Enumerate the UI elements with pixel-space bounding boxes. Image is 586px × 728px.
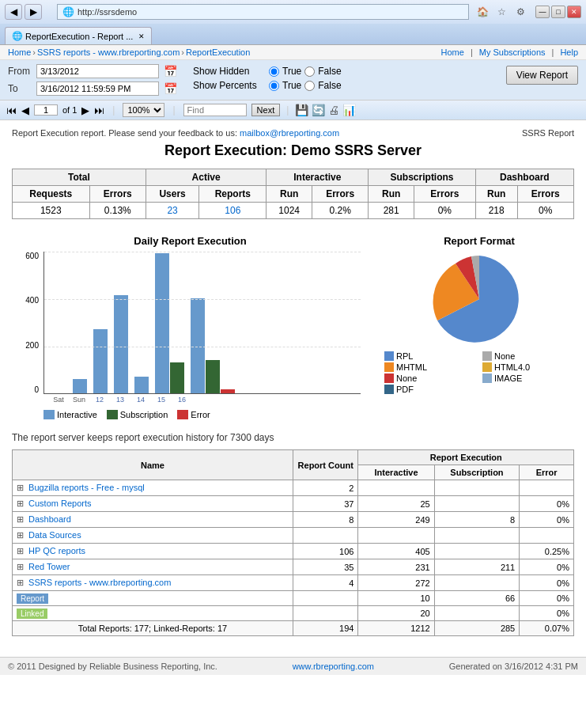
from-row: From 📅 [8, 64, 177, 78]
bar-15-interactive [155, 253, 169, 393]
breadcrumb-home[interactable]: Home [8, 47, 31, 57]
view-report-button[interactable]: View Report [506, 66, 578, 85]
page-of-text: of 1 [62, 105, 77, 115]
row-interactive: 405 [358, 544, 434, 559]
nav-last-icon[interactable]: ⏭ [94, 104, 104, 116]
detail-table-row: ⊞ Red Tower 352312110% [13, 559, 574, 575]
row-subscription [434, 480, 520, 496]
separator-1: › [32, 47, 36, 57]
home-icon[interactable]: 🏠 [474, 3, 491, 21]
nav-help[interactable]: Help [560, 47, 578, 57]
show-hidden-false[interactable] [304, 66, 315, 77]
breadcrumb: Home › SSRS reports - www.rbreporting.co… [0, 45, 586, 60]
report-content: Report Execution report. Please send you… [0, 120, 586, 657]
row-name: ⊞ Red Tower [13, 559, 293, 575]
row-count: 8 [293, 512, 358, 528]
forward-button[interactable]: ▶ [25, 4, 42, 20]
bar-legend: Interactive Subscription Error [43, 410, 369, 419]
row-name: ⊞ Dashboard [13, 512, 293, 528]
row-count: 106 [293, 544, 358, 559]
row-error [520, 480, 574, 496]
total-count: 194 [293, 621, 358, 636]
minimize-button[interactable]: — [535, 6, 550, 18]
false-label-2: False [318, 80, 341, 91]
footer-website[interactable]: www.rbreporting.com [293, 662, 374, 671]
users-link[interactable]: 23 [167, 205, 177, 216]
tab-1[interactable]: 🌐 ReportExecution - Report ... ✕ [5, 27, 152, 44]
refresh-icon[interactable]: 🔄 [312, 104, 325, 116]
row-count [293, 528, 358, 544]
nav-subscriptions[interactable]: My Subscriptions [479, 47, 546, 57]
y-200: 200 [13, 341, 39, 350]
page-number-input[interactable] [34, 104, 58, 116]
report-title: Report Execution: Demo SSRS Server [12, 142, 574, 159]
x-14: 14 [134, 396, 148, 404]
feedback-email[interactable]: mailbox@rbreporting.com [240, 128, 339, 138]
tab-close-icon[interactable]: ✕ [138, 32, 145, 40]
detail-table-row: ⊞ Data Sources [13, 528, 574, 544]
detail-table-row: ⊞ SSRS reports - www.rbreporting.com 427… [13, 575, 574, 591]
breadcrumb-ssrs[interactable]: SSRS reports - www.rbreporting.com [37, 47, 180, 57]
y-400: 400 [13, 296, 39, 305]
to-calendar-icon[interactable]: 📅 [164, 82, 177, 95]
nav-next-icon[interactable]: ▶ [81, 104, 89, 116]
pie-chart-title: Report Format [384, 235, 574, 247]
find-next-button[interactable]: Next [251, 104, 281, 116]
address-bar[interactable]: http://ssrsdemo [78, 7, 137, 17]
breadcrumb-execution[interactable]: ReportExecution [186, 47, 250, 57]
x-12: 12 [93, 396, 107, 404]
row-name: Report [13, 591, 293, 606]
layout-icon[interactable]: 📊 [342, 104, 356, 116]
requests-value: 1523 [13, 203, 90, 219]
settings-icon[interactable]: ⚙ [512, 3, 529, 21]
x-13: 13 [113, 396, 127, 404]
history-text: The report server keeps report execution… [12, 432, 574, 443]
row-name-link[interactable]: Red Tower [28, 562, 70, 571]
row-name-link[interactable]: HP QC reports [28, 546, 85, 555]
row-name-link[interactable]: Bugzilla reports - Free - mysql [28, 483, 145, 492]
star-icon[interactable]: ☆ [493, 3, 510, 21]
show-percents-true[interactable] [269, 81, 279, 91]
tab-label: ReportExecution - Report ... [25, 32, 133, 41]
errors-subheader: Errors [89, 186, 146, 203]
back-button[interactable]: ◀ [5, 4, 22, 20]
nav-first-icon[interactable]: ⏮ [6, 104, 17, 116]
report-tag: Report [17, 593, 48, 604]
interactive-legend-label: Interactive [57, 410, 97, 419]
bar-chart-container: Daily Report Execution 600 400 200 0 [12, 235, 369, 419]
export-icon[interactable]: 💾 [295, 104, 308, 116]
row-error: 0% [520, 496, 574, 512]
row-name: ⊞ SSRS reports - www.rbreporting.com [13, 575, 293, 591]
row-name-link[interactable]: Dashboard [28, 514, 71, 524]
nav-prev-icon[interactable]: ◀ [21, 104, 29, 116]
interactive-legend-box [43, 410, 55, 419]
show-hidden-true[interactable] [269, 66, 279, 77]
maximize-button[interactable]: □ [551, 6, 565, 18]
find-input[interactable] [183, 104, 247, 116]
row-subscription [434, 544, 520, 559]
from-input[interactable] [36, 64, 159, 78]
row-interactive: 272 [358, 575, 434, 591]
nav-home[interactable]: Home [441, 47, 464, 57]
row-name: ⊞ HP QC reports [13, 544, 293, 559]
bar-13-interactive [114, 295, 128, 393]
detail-table-row: ⊞ Dashboard 824980% [13, 512, 574, 528]
close-button[interactable]: ✕ [567, 6, 581, 18]
row-error: 0% [520, 559, 574, 575]
row-name-link[interactable]: Custom Reports [28, 499, 91, 508]
report-toolbar: ⏮ ◀ of 1 ▶ ⏭ | 100% 75% 150% | Next | 💾 … [0, 100, 586, 120]
show-percents-false[interactable] [304, 81, 315, 91]
from-calendar-icon[interactable]: 📅 [164, 65, 177, 78]
row-count: 4 [293, 575, 358, 591]
row-subscription [434, 575, 520, 591]
show-hidden-row: Show Hidden True False [193, 66, 342, 77]
row-error: 0% [520, 591, 574, 606]
from-label: From [8, 66, 32, 77]
x-sun: Sun [72, 396, 86, 404]
to-input[interactable] [36, 82, 159, 96]
zoom-select[interactable]: 100% 75% 150% [123, 103, 164, 117]
reports-link[interactable]: 106 [225, 205, 240, 216]
row-name-link[interactable]: SSRS reports - www.rbreporting.com [28, 578, 171, 587]
print-icon[interactable]: 🖨 [328, 104, 339, 116]
row-name-link[interactable]: Data Sources [28, 530, 81, 540]
